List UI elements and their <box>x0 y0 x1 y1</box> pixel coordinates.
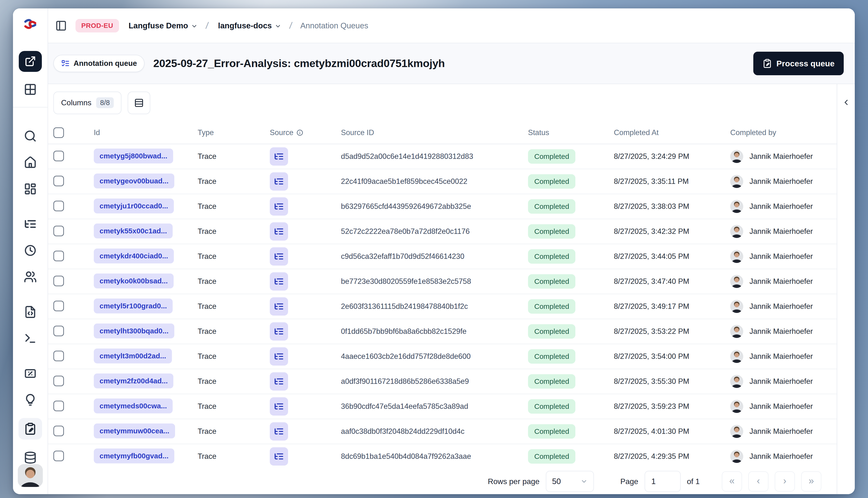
source-trace-button[interactable] <box>270 172 288 191</box>
source-trace-button[interactable] <box>270 422 288 441</box>
row-checkbox[interactable] <box>53 376 64 386</box>
row-completed-at: 8/27/2025, 4:29:35 PM <box>614 452 689 460</box>
row-checkbox[interactable] <box>53 451 64 461</box>
source-trace-button[interactable] <box>270 347 288 366</box>
row-checkbox[interactable] <box>53 301 64 311</box>
lightbulb-icon[interactable] <box>24 393 37 406</box>
collapse-panel-chevron-left-icon[interactable] <box>842 98 851 108</box>
table-row[interactable]: cmetylt3m00d2ad... Trace 4aaece1603cb2e1… <box>48 344 837 369</box>
status-badge: Completed <box>528 449 575 464</box>
langfuse-logo-icon[interactable] <box>23 17 37 31</box>
row-checkbox[interactable] <box>53 425 64 436</box>
column-header-id[interactable]: Id <box>94 128 198 137</box>
row-checkbox[interactable] <box>53 351 64 361</box>
row-id-badge[interactable]: cmetyko0k00bsad... <box>94 274 173 288</box>
home-icon[interactable] <box>24 156 37 169</box>
process-queue-button[interactable]: Process queue <box>753 52 844 75</box>
avatar <box>730 350 743 363</box>
annotation-queue-badge: Annotation queue <box>53 55 144 72</box>
page-number-input[interactable] <box>645 471 681 492</box>
row-id-badge[interactable]: cmetyg5j800bwad... <box>94 148 173 163</box>
source-trace-button[interactable] <box>270 222 288 240</box>
row-checkbox[interactable] <box>53 176 64 186</box>
evaluation-card-icon[interactable] <box>24 367 37 380</box>
row-checkbox[interactable] <box>53 151 64 161</box>
table-row[interactable]: cmetykdr400ciad0... Trace c9d56ca32efaff… <box>48 244 837 269</box>
dashboard-icon[interactable] <box>24 182 37 195</box>
datasets-database-icon[interactable] <box>24 451 37 464</box>
list-tree-icon <box>274 251 284 262</box>
row-id-badge[interactable]: cmetymyfb00gvad... <box>94 448 174 463</box>
column-header-type[interactable]: Type <box>198 128 270 137</box>
row-completed-at: 8/27/2025, 3:35:11 PM <box>614 177 689 185</box>
column-header-source[interactable]: Source <box>270 128 341 137</box>
annotation-queues-nav-active[interactable] <box>18 418 42 440</box>
source-trace-button[interactable] <box>270 447 288 466</box>
list-tree-icon <box>274 326 284 337</box>
tracing-list-tree-icon[interactable] <box>24 218 37 231</box>
source-trace-button[interactable] <box>270 197 288 215</box>
search-icon[interactable] <box>24 130 37 143</box>
source-trace-button[interactable] <box>270 322 288 341</box>
rows-per-page-select[interactable]: 50 <box>546 471 594 492</box>
source-trace-button[interactable] <box>270 247 288 265</box>
table-row[interactable]: cmetyk55x00c1ad... Trace 52c72c2222ea78e… <box>48 219 837 244</box>
open-external-button[interactable] <box>19 51 42 72</box>
row-id-badge[interactable]: cmetylt3m00d2ad... <box>94 349 172 363</box>
avatar <box>730 200 743 213</box>
column-header-source-id[interactable]: Source ID <box>341 128 528 137</box>
row-id-badge[interactable]: cmetylht300bqad0... <box>94 324 174 338</box>
row-completed-at: 8/27/2025, 3:44:05 PM <box>614 252 689 261</box>
next-page-button[interactable]: › <box>775 471 795 492</box>
table-row[interactable]: cmetyg5j800bwad... Trace d5ad9d52a00c6e1… <box>48 144 837 169</box>
playground-terminal-icon[interactable] <box>24 332 37 345</box>
source-trace-button[interactable] <box>270 272 288 291</box>
row-id-badge[interactable]: cmetymmuw00cea... <box>94 423 175 438</box>
prompts-file-code-icon[interactable] <box>24 305 37 318</box>
row-checkbox[interactable] <box>53 251 64 261</box>
source-trace-button[interactable] <box>270 147 288 166</box>
column-header-completed-at[interactable]: Completed At <box>614 128 730 137</box>
table-row[interactable]: cmetylht300bqad0... Trace 0f1dd65b7bb9bf… <box>48 319 837 344</box>
table-row[interactable]: cmetymmuw00cea... Trace aaf0c38db0f3f204… <box>48 419 837 444</box>
table-row[interactable]: cmetyko0k00bsad... Trace be7723e30d80205… <box>48 269 837 294</box>
table-row[interactable]: cmetymyfb00gvad... Trace 8dc69b1ba1e540b… <box>48 444 837 469</box>
select-all-checkbox[interactable] <box>53 127 64 138</box>
row-id-badge[interactable]: cmetym2fz00d4ad... <box>94 374 173 389</box>
last-page-button[interactable]: » <box>801 471 821 492</box>
table-row[interactable]: cmetym2fz00d4ad... Trace a0df3f901167218… <box>48 369 837 394</box>
previous-page-button[interactable]: ‹ <box>748 471 768 492</box>
columns-button[interactable]: Columns 8/8 <box>53 92 121 114</box>
source-trace-button[interactable] <box>270 397 288 416</box>
row-id-badge[interactable]: cmetyju1r00ccad0... <box>94 198 174 213</box>
breadcrumb-section[interactable]: Annotation Queues <box>300 21 368 30</box>
row-checkbox[interactable] <box>53 276 64 286</box>
table-row[interactable]: cmetyju1r00ccad0... Trace b63297665cfd44… <box>48 194 837 219</box>
column-header-status[interactable]: Status <box>528 128 614 137</box>
source-trace-button[interactable] <box>270 372 288 391</box>
row-height-button[interactable] <box>128 92 150 114</box>
row-checkbox[interactable] <box>53 401 64 411</box>
user-avatar[interactable] <box>18 464 43 487</box>
row-checkbox[interactable] <box>53 201 64 211</box>
org-switcher[interactable]: Langfuse Demo <box>129 21 198 30</box>
table-row[interactable]: cmetymeds00cwa... Trace 36b90cdfc47e5da1… <box>48 394 837 419</box>
first-page-button[interactable]: « <box>722 471 742 492</box>
panel-left-toggle-icon[interactable] <box>55 20 67 31</box>
grid-view-icon[interactable] <box>24 83 37 96</box>
table-row[interactable]: cmetyl5r100grad0... Trace 2e603f31361115… <box>48 294 837 319</box>
project-switcher[interactable]: langfuse-docs <box>218 21 282 30</box>
row-id-badge[interactable]: cmetykdr400ciad0... <box>94 249 174 263</box>
row-checkbox[interactable] <box>53 326 64 336</box>
row-id-badge[interactable]: cmetyl5r100grad0... <box>94 299 173 313</box>
table-row[interactable]: cmetygeov00buad... Trace 22c41f09acae5b1… <box>48 169 837 194</box>
column-header-completed-by[interactable]: Completed by <box>730 128 837 137</box>
row-id-badge[interactable]: cmetymeds00cwa... <box>94 398 173 414</box>
sessions-clock-icon[interactable] <box>24 244 37 257</box>
row-id-badge[interactable]: cmetygeov00buad... <box>94 173 174 188</box>
users-icon[interactable] <box>24 271 37 283</box>
external-link-icon <box>25 55 36 67</box>
source-trace-button[interactable] <box>270 297 288 316</box>
row-id-badge[interactable]: cmetyk55x00c1ad... <box>94 224 173 238</box>
row-checkbox[interactable] <box>53 226 64 236</box>
